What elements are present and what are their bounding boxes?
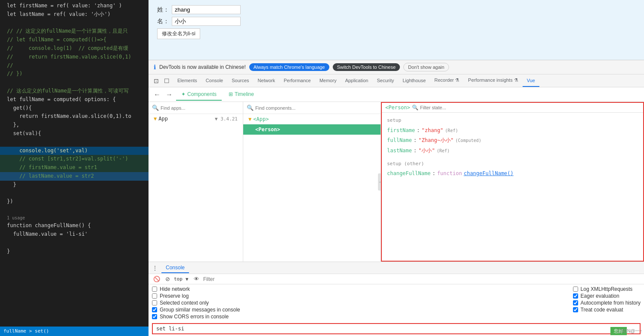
code-editor: let firstName = ref( value: 'zhang' )let…	[0, 0, 149, 336]
preserve-log-checkbox[interactable]	[152, 293, 157, 299]
name-row: 名：	[157, 17, 635, 26]
search-apps-input[interactable]	[161, 105, 239, 111]
changefullname-fn-keyword: function	[437, 169, 462, 179]
state-title: <Person>	[385, 105, 410, 111]
preserve-log-option: Preserve log	[152, 293, 240, 299]
right-checkboxes: Log XMLHttpRequests Eager evaluation Aut…	[570, 284, 644, 321]
setup-section-label: setup	[387, 116, 638, 125]
console-input: set li-si	[152, 323, 641, 334]
console-options: Hide network Preserve log Selected conte…	[149, 284, 244, 321]
button-row: 修改全名为li-si	[157, 28, 635, 39]
component-app[interactable]: ▼ <App>	[243, 114, 381, 124]
console-menu-icon[interactable]: ⋮	[152, 265, 158, 271]
tab-performance[interactable]: Performance	[279, 74, 315, 87]
code-line	[0, 19, 149, 28]
code-line: },	[0, 121, 149, 129]
autocomplete-checkbox[interactable]	[573, 300, 578, 305]
group-similar-label: Group similar messages in console	[160, 307, 240, 313]
csdn-badge: CSDN@一↑	[615, 327, 644, 335]
code-line: return firstName.value.slice(0,1).to	[0, 112, 149, 121]
devtools-tabs: ⊡ ☐ Elements Console Sources Network Per…	[149, 74, 644, 87]
fullname-key: fullName	[387, 136, 412, 145]
clear-console-button[interactable]: 🚫	[152, 275, 161, 283]
device-toggle-icon[interactable]: ⊡	[152, 77, 161, 85]
hide-network-checkbox[interactable]	[152, 287, 157, 292]
filter-state-input[interactable]	[420, 105, 640, 110]
apps-column: 🔍 ▼ App ▼ 3.4.21	[149, 102, 243, 262]
firstname-tag: (Ref)	[445, 127, 458, 135]
tab-lighthouse[interactable]: Lighthouse	[398, 74, 430, 87]
tab-components[interactable]: ✦ Components	[176, 89, 222, 101]
context-selector: top ▾	[174, 275, 190, 283]
search-apps-icon: 🔍	[152, 105, 159, 111]
show-cors-checkbox[interactable]	[152, 314, 157, 319]
element-picker-icon[interactable]: ☐	[162, 77, 171, 85]
console-filter-input[interactable]	[203, 276, 641, 282]
tab-console[interactable]: Console	[201, 74, 227, 87]
tab-timeline[interactable]: ⊞ Timeline	[223, 89, 259, 101]
group-similar-option: Group similar messages in console	[152, 307, 240, 313]
collapse-handle[interactable]: ◁	[378, 173, 381, 191]
tab-network[interactable]: Network	[254, 74, 279, 87]
tab-application[interactable]: Application	[341, 74, 373, 87]
show-cors-label: Show CORS errors in console	[160, 314, 229, 320]
switch-to-chinese-button[interactable]: Switch DevTools to Chinese	[333, 63, 400, 71]
state-column: <Person> 🔍 setup firstName : "zhang" (Re…	[381, 102, 644, 262]
component-person[interactable]: <Person>	[243, 124, 381, 135]
code-line: // firstName.value = str1	[0, 163, 149, 172]
context-dropdown-icon[interactable]: ▾	[184, 275, 190, 283]
app-caret-icon: ▼	[248, 116, 251, 122]
firstname-value: "zhang"	[421, 126, 443, 136]
code-line	[0, 78, 149, 87]
lastname-value: "小小"	[418, 146, 435, 156]
dont-show-again-button[interactable]: Don't show again	[403, 63, 449, 71]
changefullname-key: changeFullName	[387, 169, 430, 179]
selected-context-option: Selected context only	[152, 300, 240, 306]
app-tree-item[interactable]: ▼ App ▼ 3.4.21	[149, 114, 243, 123]
back-button[interactable]: ←	[152, 90, 162, 99]
code-line	[0, 206, 149, 215]
log-xml-checkbox[interactable]	[573, 287, 578, 292]
tab-security[interactable]: Security	[372, 74, 398, 87]
breadcrumb-text: fullName > set()	[3, 327, 49, 335]
eye-icon[interactable]: 👁	[192, 275, 201, 283]
code-line: // console.log(1) // computed是有缓	[0, 44, 149, 53]
surname-label: 姓：	[157, 6, 169, 14]
app-label: App	[158, 116, 168, 122]
setup-other-section: setup (other) changeFullName : function …	[387, 160, 638, 179]
tab-vue[interactable]: Vue	[523, 74, 539, 87]
treat-code-checkbox[interactable]	[573, 307, 578, 312]
lastname-tag: (Ref)	[437, 147, 449, 155]
console-tab[interactable]: Console	[161, 263, 189, 273]
tab-memory[interactable]: Memory	[315, 74, 341, 87]
forward-button[interactable]: →	[164, 90, 174, 99]
eager-eval-checkbox[interactable]	[573, 293, 578, 299]
code-line: 1 usage	[0, 215, 149, 222]
log-xml-option: Log XMLHttpRequests	[573, 286, 641, 292]
console-input-text: set li-si	[156, 326, 184, 332]
always-match-button[interactable]: Always match Chrome's language	[249, 63, 329, 71]
code-line: let fullName = computed( options: {	[0, 96, 149, 104]
change-fullname-button[interactable]: 修改全名为li-si	[157, 28, 200, 39]
ban-button[interactable]: ⊘	[164, 275, 171, 283]
lastname-key: lastName	[387, 146, 412, 156]
code-line: // lastName.value = str2	[0, 172, 149, 181]
changefullname-fn-link[interactable]: changeFullName()	[464, 169, 514, 179]
group-similar-checkbox[interactable]	[152, 307, 157, 312]
tab-sources[interactable]: Sources	[227, 74, 253, 87]
tab-elements[interactable]: Elements	[173, 74, 201, 87]
surname-input[interactable]	[172, 5, 241, 14]
code-line: // const [str1,str2]=val.split('-')	[0, 155, 149, 163]
tab-performance-insights[interactable]: Performance insights ⚗	[464, 74, 522, 87]
selected-context-label: Selected context only	[160, 300, 209, 306]
console-area: ⋮ Console 🚫 ⊘ top ▾ 👁 Hide network Prese…	[149, 262, 644, 336]
components-icon: ✦	[181, 91, 186, 97]
console-toolbar: 🚫 ⊘ top ▾ 👁	[149, 274, 644, 284]
lastname-colon: :	[414, 146, 417, 156]
selected-context-checkbox[interactable]	[152, 300, 157, 305]
name-input[interactable]	[172, 17, 241, 26]
components-label: Components	[187, 91, 217, 97]
search-components-input[interactable]	[255, 105, 377, 111]
tab-recorder[interactable]: Recorder ⚗	[430, 74, 464, 87]
fullname-tag: (Computed)	[455, 137, 481, 145]
